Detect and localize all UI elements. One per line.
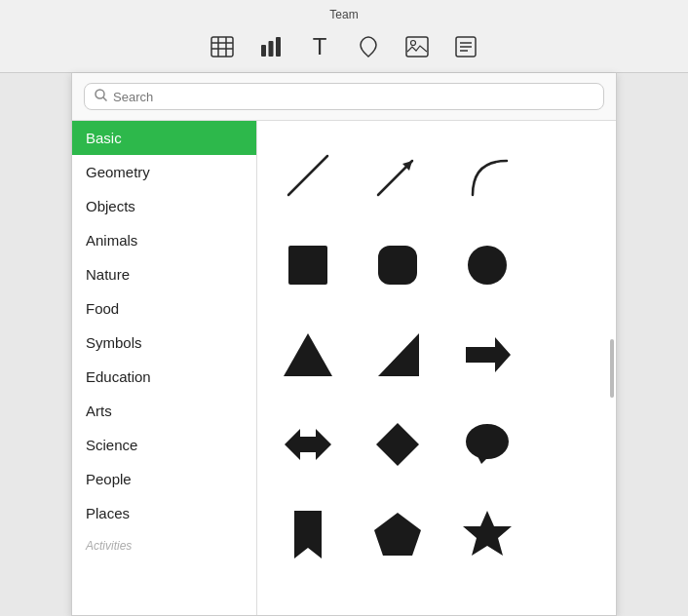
shape-double-arrow[interactable] [269, 405, 347, 483]
sidebar-item-label: Activities [86, 539, 132, 553]
sidebar-item-animals[interactable]: Animals [72, 223, 256, 257]
sidebar-item-arts[interactable]: Arts [72, 394, 256, 428]
sidebar-item-label: People [86, 471, 132, 487]
sidebar-item-nature[interactable]: Nature [72, 257, 256, 291]
svg-point-14 [96, 90, 104, 98]
sidebar-item-label: Education [86, 368, 151, 385]
sidebar-item-places[interactable]: Places [72, 496, 256, 530]
sidebar-item-label: Nature [86, 266, 130, 283]
sidebar-item-label: Symbols [86, 334, 142, 351]
toolbar-icons: T [187, 25, 501, 72]
svg-line-16 [288, 156, 327, 195]
search-bar [72, 73, 616, 121]
table-icon[interactable] [207, 31, 238, 62]
shape-right-triangle[interactable] [359, 316, 437, 394]
shapes-row [269, 405, 604, 483]
sidebar-item-label: Places [86, 505, 130, 521]
svg-marker-23 [378, 333, 419, 376]
shape-diagonal-line[interactable] [269, 136, 347, 214]
sidebar-item-people[interactable]: People [72, 462, 256, 496]
svg-rect-7 [276, 37, 281, 57]
shape-arc[interactable] [448, 136, 526, 214]
svg-point-21 [468, 246, 507, 285]
shape-arrow-right[interactable] [448, 316, 526, 394]
shapes-area [257, 121, 616, 615]
sidebar-item-geometry[interactable]: Geometry [72, 155, 256, 189]
sidebar-item-label: Basic [86, 130, 122, 146]
svg-rect-5 [261, 45, 266, 57]
media-icon[interactable] [401, 31, 433, 62]
svg-point-27 [466, 424, 509, 459]
svg-marker-26 [376, 423, 419, 466]
toolbar: Team T [0, 0, 688, 73]
shape-icon[interactable] [353, 31, 384, 62]
svg-rect-20 [378, 246, 417, 285]
toolbar-label: Team [329, 8, 358, 21]
shapes-row [269, 316, 604, 394]
shape-star[interactable] [448, 495, 526, 573]
shape-circle[interactable] [448, 226, 526, 304]
chart-icon[interactable] [255, 31, 287, 62]
shape-diamond[interactable] [359, 405, 437, 483]
sidebar-item-symbols[interactable]: Symbols [72, 326, 256, 360]
svg-marker-25 [285, 429, 331, 460]
svg-rect-19 [288, 246, 327, 285]
sidebar-item-objects[interactable]: Objects [72, 189, 256, 223]
text-icon[interactable]: T [304, 31, 335, 62]
shape-bookmark[interactable] [269, 495, 347, 573]
shapes-row [269, 226, 604, 304]
sidebar-item-label: Animals [86, 232, 137, 249]
sidebar-item-basic[interactable]: Basic [72, 121, 256, 155]
svg-marker-30 [463, 511, 512, 556]
shape-arrow-line[interactable] [359, 136, 437, 214]
svg-rect-6 [269, 41, 274, 57]
main-panel: Basic Geometry Objects Animals Nature Fo… [71, 73, 617, 616]
sidebar-item-label: Science [86, 437, 137, 453]
sidebar-item-activities[interactable]: Activities [72, 530, 256, 561]
shape-square[interactable] [269, 226, 347, 304]
svg-point-9 [411, 41, 416, 46]
svg-marker-24 [466, 337, 511, 372]
sidebar-item-science[interactable]: Science [72, 428, 256, 462]
sidebar-item-label: Geometry [86, 164, 150, 180]
sidebar-item-label: Objects [86, 198, 135, 214]
comment-icon[interactable] [450, 31, 481, 62]
body-area: Basic Geometry Objects Animals Nature Fo… [72, 121, 616, 615]
search-icon [95, 89, 107, 104]
search-input[interactable] [113, 90, 593, 104]
search-input-wrapper [84, 83, 604, 110]
shape-pentagon[interactable] [359, 495, 437, 573]
shapes-row [269, 136, 604, 214]
shapes-row [269, 495, 604, 573]
shape-triangle[interactable] [269, 316, 347, 394]
sidebar-item-education[interactable]: Education [72, 360, 256, 394]
shape-rounded-square[interactable] [359, 226, 437, 304]
shape-speech-bubble[interactable] [448, 405, 526, 483]
svg-rect-0 [211, 37, 233, 57]
sidebar-item-label: Food [86, 300, 119, 317]
svg-marker-29 [374, 513, 421, 556]
svg-marker-22 [284, 333, 332, 376]
sidebar: Basic Geometry Objects Animals Nature Fo… [72, 121, 257, 615]
sidebar-item-food[interactable]: Food [72, 291, 256, 326]
svg-rect-8 [406, 37, 428, 57]
scroll-indicator [610, 339, 614, 398]
svg-line-15 [103, 97, 107, 101]
sidebar-item-label: Arts [86, 403, 112, 419]
